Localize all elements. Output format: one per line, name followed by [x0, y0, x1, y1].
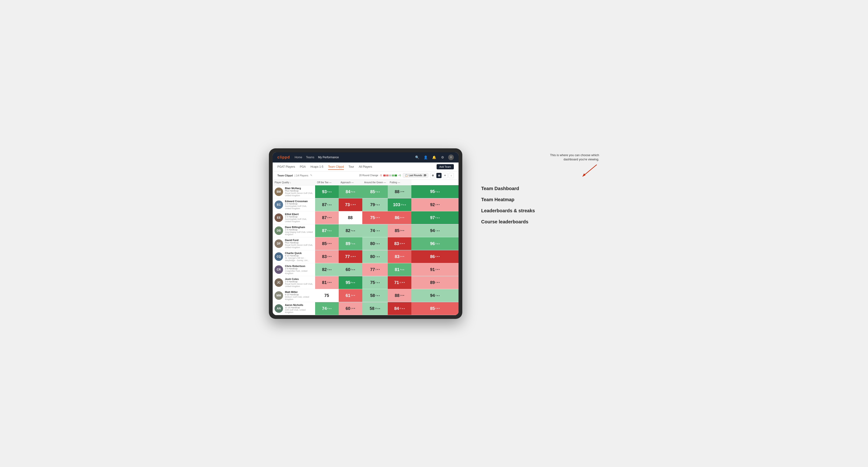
player-name: David Ford	[285, 239, 313, 242]
player-info: David Ford Plus Handicap Royal North Dev…	[285, 239, 313, 249]
score-cell-around_green: 103 15▲	[388, 198, 411, 211]
table-row[interactable]: EE Elliot Ebert 1-5 Handicap Sunningdale…	[273, 211, 459, 224]
avatar[interactable]: U	[448, 154, 454, 160]
score-cell-approach: 80 3▲	[362, 237, 388, 250]
score-cell-off_tee: 60 1▼	[339, 302, 362, 315]
player-cell: MM Matt Miller 6-10 Handicap Woburn Golf…	[273, 289, 315, 302]
score-cell-approach: 85 8▲	[362, 185, 388, 198]
score-cell-approach: 58 10▲	[362, 302, 388, 315]
table-row[interactable]: AN Aaron Nicholls 11-15 Handicap Drift G…	[273, 302, 459, 315]
tab-tour[interactable]: Tour	[349, 164, 354, 170]
player-club: St. George's Hill GC - Weybridge - Surre…	[285, 257, 313, 261]
table-row[interactable]: CR Chris Robertson 1-5 Handicap Craigmil…	[273, 263, 459, 276]
score-cell-player_quality: 85 3▼	[315, 237, 339, 250]
score-cell-player_quality: 87 4▲	[315, 224, 339, 237]
score-cell-putting: 92 3▼	[411, 198, 459, 211]
score-cell-around_green: 83 10▼	[388, 237, 411, 250]
grid-view-button[interactable]: ⊞	[430, 173, 435, 178]
score-cell-approach: 79 9▲	[362, 198, 388, 211]
score-cell-off_tee: 61 3▼	[339, 289, 362, 302]
list-view-button[interactable]: ≡	[442, 173, 448, 178]
table-row[interactable]: DB Dave Billingham 1-5 Handicap Gog Mago…	[273, 224, 459, 237]
score-cell-putting: 97 5▲	[411, 211, 459, 224]
score-cell-approach: 75 3▼	[362, 211, 388, 224]
player-handicap: Plus Handicap	[285, 242, 313, 244]
player-name: Chris Robertson	[285, 264, 313, 268]
tab-team-clippd[interactable]: Team Clippd	[328, 164, 344, 170]
tab-pgat[interactable]: PGAT Players	[277, 164, 295, 170]
tab-all-players[interactable]: All Players	[359, 164, 372, 170]
player-avatar: EC	[275, 200, 283, 209]
score-cell-approach: 80 1▲	[362, 250, 388, 263]
settings-icon[interactable]: ⚙	[440, 154, 445, 160]
edit-icon[interactable]: ✎	[310, 174, 312, 177]
player-cell: CR Chris Robertson 1-5 Handicap Craigmil…	[273, 263, 315, 276]
search-icon[interactable]: 🔍	[414, 154, 420, 160]
table-row[interactable]: MM Matt Miller 6-10 Handicap Woburn Golf…	[273, 289, 459, 302]
table-row[interactable]: CQ Charlie Quick 6-10 Handicap St. Georg…	[273, 250, 459, 263]
option-team-dashboard[interactable]: Team Dashboard	[481, 186, 599, 191]
player-cell: AN Aaron Nicholls 11-15 Handicap Drift G…	[273, 302, 315, 315]
nav-link-home[interactable]: Home	[294, 155, 302, 160]
player-name: Edward Crossman	[285, 200, 313, 203]
nav-link-teams[interactable]: Teams	[306, 155, 314, 160]
score-cell-around_green: 88 1▼	[388, 185, 411, 198]
option-leaderboards[interactable]: Leaderboards & streaks	[481, 208, 599, 214]
table-row[interactable]: BM Blair McHarg Plus Handicap Royal Nort…	[273, 185, 459, 198]
last-rounds-button[interactable]: 📋 Last Rounds: 20	[403, 173, 428, 178]
player-info: Blair McHarg Plus Handicap Royal North D…	[285, 187, 313, 197]
score-cell-putting: 91 3▼	[411, 263, 459, 276]
nav-link-myperformance[interactable]: My Performance	[318, 155, 339, 160]
option-course-leaderboards[interactable]: Course leaderboards	[481, 219, 599, 224]
player-cell: DB Dave Billingham 1-5 Handicap Gog Mago…	[273, 224, 315, 237]
player-handicap: 1-5 Handicap	[285, 216, 313, 218]
player-handicap: 6-10 Handicap	[285, 254, 313, 257]
nav-logo: clippd	[277, 155, 290, 159]
table-row[interactable]: JC Josh Coles 1-5 Handicap Royal North D…	[273, 276, 459, 289]
player-info: Dave Billingham 1-5 Handicap Gog Magog G…	[285, 226, 313, 236]
tablet-screen: clippd Home Teams My Performance 🔍 👤 🔔 ⚙…	[273, 152, 459, 315]
tab-hcaps[interactable]: Hcaps 1-5	[310, 164, 323, 170]
player-club: Sunningdale Golf Club, United Kingdom	[285, 205, 313, 210]
player-avatar: MM	[275, 291, 283, 300]
player-club: Sunningdale Golf Club, United Kingdom	[285, 218, 313, 223]
heatmap-view-button[interactable]: ▦	[436, 173, 441, 178]
player-info: Elliot Ebert 1-5 Handicap Sunningdale Go…	[285, 213, 313, 223]
team-name: Team Clippd	[277, 174, 293, 177]
score-cell-off_tee: 88	[339, 211, 362, 224]
score-cell-off_tee: 89 7▲	[339, 237, 362, 250]
player-cell: CQ Charlie Quick 6-10 Handicap St. Georg…	[273, 250, 315, 263]
header-approach: Approach —	[339, 180, 362, 185]
view-icons: ⊞ ▦ ≡ ↓	[430, 173, 454, 178]
score-cell-putting: 94 3▲	[411, 289, 459, 302]
table-row[interactable]: DF David Ford Plus Handicap Royal North …	[273, 237, 459, 250]
player-avatar: DB	[275, 226, 283, 235]
player-info: Charlie Quick 6-10 Handicap St. George's…	[285, 252, 313, 261]
score-cell-putting: 86 8▼	[411, 250, 459, 263]
player-club: Royal North Devon Golf Club, United King…	[285, 244, 313, 249]
annotation-panel: This is where you can choose which dashb…	[476, 148, 599, 225]
add-team-button[interactable]: Add Team	[437, 164, 454, 169]
player-handicap: Plus Handicap	[285, 190, 313, 192]
player-handicap: 1-5 Handicap	[285, 268, 313, 270]
table-row[interactable]: EC Edward Crossman 1-5 Handicap Sunningd…	[273, 198, 459, 211]
score-cell-approach: 74 1▲	[362, 224, 388, 237]
score-cell-player_quality: 87 1▲	[315, 198, 339, 211]
player-cell: BM Blair McHarg Plus Handicap Royal Nort…	[273, 185, 315, 198]
download-button[interactable]: ↓	[448, 173, 454, 178]
nav-bar: clippd Home Teams My Performance 🔍 👤 🔔 ⚙…	[273, 152, 459, 162]
player-info: Chris Robertson 1-5 Handicap Craigmillar…	[285, 264, 313, 275]
score-cell-putting: 85 4▼	[411, 302, 459, 315]
score-cell-player_quality: 82 3▲	[315, 263, 339, 276]
score-cell-around_green: 88 2▼	[388, 289, 411, 302]
tab-pga[interactable]: PGA	[300, 164, 306, 170]
player-handicap: 11-15 Handicap	[285, 306, 313, 309]
bell-icon[interactable]: 🔔	[431, 154, 437, 160]
player-club: Drift Golf Club, United Kingdom	[285, 309, 313, 313]
user-icon[interactable]: 👤	[423, 154, 428, 160]
player-handicap: 6-10 Handicap	[285, 293, 313, 296]
option-team-heatmap[interactable]: Team Heatmap	[481, 197, 599, 203]
score-cell-approach: 58 4▲	[362, 289, 388, 302]
score-cell-putting: 89 2▼	[411, 276, 459, 289]
player-cell: EE Elliot Ebert 1-5 Handicap Sunningdale…	[273, 211, 315, 224]
